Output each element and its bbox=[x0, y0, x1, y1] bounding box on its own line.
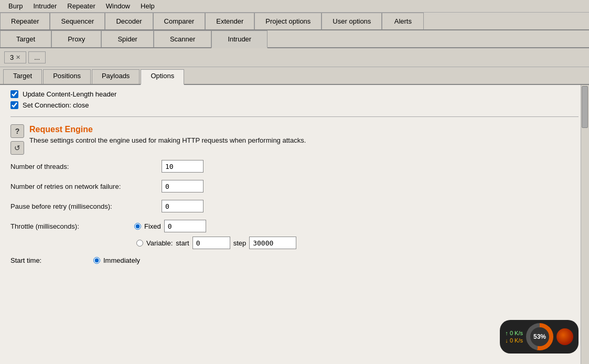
tab-spider[interactable]: Spider bbox=[101, 30, 154, 47]
scrollbar[interactable] bbox=[581, 85, 589, 364]
primary-tab-bar: Repeater Sequencer Decoder Comparer Exte… bbox=[0, 13, 589, 30]
checkbox-update-content-length-input[interactable] bbox=[10, 90, 18, 98]
tab-decoder[interactable]: Decoder bbox=[105, 13, 153, 29]
memory-percent: 53% bbox=[530, 327, 549, 346]
start-time-immediately-radio[interactable] bbox=[93, 257, 100, 264]
pause-label: Pause before retry (milliseconds): bbox=[10, 202, 157, 210]
up-arrow-icon: ↑ bbox=[505, 330, 510, 336]
tab-target[interactable]: Target bbox=[0, 30, 51, 47]
section-title: Request Engine bbox=[29, 124, 306, 134]
menu-window[interactable]: Window bbox=[101, 1, 135, 11]
sub-tab-3-label: 3 bbox=[10, 53, 14, 61]
status-widget: ↑ 0 K/s ↓ 0 K/s 53% bbox=[500, 320, 579, 354]
start-time-label: Start time: bbox=[10, 256, 89, 264]
sub-tab-bar: 3 ✕ ... bbox=[0, 48, 589, 67]
itab-target[interactable]: Target bbox=[3, 69, 42, 84]
secondary-tab-bar: Target Proxy Spider Scanner Intruder bbox=[0, 30, 589, 48]
throttle-label: Throttle (milliseconds): bbox=[10, 222, 131, 230]
throttle-fixed-option: Fixed bbox=[134, 222, 161, 230]
throttle-variable-radio[interactable] bbox=[136, 240, 143, 247]
tab-repeater[interactable]: Repeater bbox=[0, 13, 50, 29]
scrollbar-thumb[interactable] bbox=[582, 86, 588, 128]
help-button[interactable]: ? bbox=[10, 124, 24, 138]
main-content: Update Content-Length header Set Connect… bbox=[0, 85, 589, 364]
itab-options[interactable]: Options bbox=[141, 69, 184, 85]
tab-project-options[interactable]: Project options bbox=[254, 13, 322, 29]
divider-1 bbox=[10, 116, 579, 117]
intruder-tab-row: Target Positions Payloads Options bbox=[0, 67, 589, 85]
network-stats: ↑ 0 K/s ↓ 0 K/s bbox=[505, 330, 523, 344]
throttle-fixed-radio[interactable] bbox=[134, 223, 141, 230]
menu-help[interactable]: Help bbox=[135, 1, 160, 11]
start-time-immediately-option: Immediately bbox=[93, 256, 140, 264]
pause-input[interactable] bbox=[162, 200, 204, 212]
throttle-variable-option: Variable: bbox=[136, 239, 173, 247]
tab-proxy[interactable]: Proxy bbox=[51, 30, 101, 47]
checkbox-set-connection-close-input[interactable] bbox=[10, 101, 18, 109]
refresh-button[interactable]: ↺ bbox=[10, 141, 24, 155]
itab-payloads[interactable]: Payloads bbox=[92, 69, 140, 84]
tab-extender[interactable]: Extender bbox=[205, 13, 254, 29]
throttle-variable-row: Variable: start step bbox=[136, 237, 579, 249]
throttle-variable-step-input[interactable] bbox=[249, 237, 296, 249]
down-arrow-icon: ↓ bbox=[505, 337, 510, 344]
menu-repeater[interactable]: Repeater bbox=[62, 1, 100, 11]
checkbox-update-content-length: Update Content-Length header bbox=[10, 90, 579, 98]
tab-scanner[interactable]: Scanner bbox=[154, 30, 211, 47]
throttle-step-label: step bbox=[233, 239, 247, 247]
threads-label: Number of threads: bbox=[10, 163, 157, 170]
pause-row: Pause before retry (milliseconds): bbox=[10, 200, 579, 212]
section-request-engine: ? ↺ Request Engine These settings contro… bbox=[10, 124, 579, 155]
throttle-fixed-label: Fixed bbox=[144, 222, 161, 230]
retries-row: Number of retries on network failure: bbox=[10, 180, 579, 192]
start-time-immediately-label: Immediately bbox=[103, 256, 140, 264]
menu-bar: Burp Intruder Repeater Window Help bbox=[0, 0, 589, 13]
throttle-fixed-input[interactable] bbox=[164, 220, 206, 232]
section-desc: These settings control the engine used f… bbox=[29, 136, 306, 144]
burp-logo-icon bbox=[556, 328, 573, 345]
throttle-row: Throttle (milliseconds): Fixed bbox=[10, 220, 579, 232]
tab-user-options[interactable]: User options bbox=[322, 13, 382, 29]
threads-input[interactable] bbox=[162, 160, 204, 173]
itab-positions[interactable]: Positions bbox=[43, 69, 91, 84]
upload-speed: ↑ 0 K/s bbox=[505, 330, 523, 336]
throttle-start-label: start bbox=[176, 239, 189, 247]
checkbox-set-connection-close: Set Connection: close bbox=[10, 101, 579, 109]
sub-tab-ellipsis-label: ... bbox=[34, 53, 40, 61]
tab-intruder[interactable]: Intruder bbox=[211, 30, 267, 48]
tab-comparer[interactable]: Comparer bbox=[153, 13, 206, 29]
throttle-variable-start-input[interactable] bbox=[192, 237, 230, 249]
checkbox-set-connection-close-label: Set Connection: close bbox=[23, 101, 89, 109]
memory-circle: 53% bbox=[526, 323, 553, 350]
menu-burp[interactable]: Burp bbox=[3, 1, 28, 11]
tab-sequencer[interactable]: Sequencer bbox=[50, 13, 105, 29]
throttle-variable-label: Variable: bbox=[146, 239, 173, 247]
menu-intruder[interactable]: Intruder bbox=[28, 1, 62, 11]
sub-tab-ellipsis[interactable]: ... bbox=[28, 51, 46, 63]
checkbox-update-content-length-label: Update Content-Length header bbox=[23, 90, 116, 98]
download-speed: ↓ 0 K/s bbox=[505, 337, 523, 344]
retries-label: Number of retries on network failure: bbox=[10, 183, 157, 190]
start-time-row: Start time: Immediately bbox=[10, 256, 579, 264]
close-icon[interactable]: ✕ bbox=[16, 54, 20, 61]
threads-row: Number of threads: bbox=[10, 160, 579, 173]
retries-input[interactable] bbox=[162, 180, 204, 192]
sub-tab-3[interactable]: 3 ✕ bbox=[4, 51, 26, 63]
tab-alerts[interactable]: Alerts bbox=[382, 13, 424, 29]
